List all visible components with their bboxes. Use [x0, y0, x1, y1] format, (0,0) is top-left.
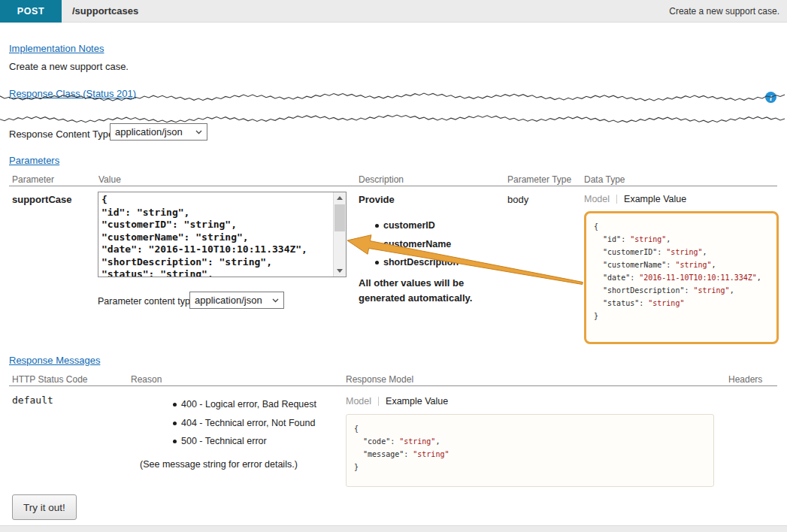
- parameter-content-type-label: Parameter content type:: [98, 296, 198, 307]
- col-parameter: Parameter: [12, 174, 54, 185]
- scroll-down-icon[interactable]: [334, 265, 346, 277]
- reason-bullets: 400 - Logical error, Bad Request404 - Te…: [140, 395, 316, 451]
- status-code-value: default: [12, 394, 53, 406]
- endpoint-header-bar[interactable]: POST /supportcases Create a new support …: [0, 0, 787, 23]
- swagger-operation-page: POST /supportcases Create a new support …: [0, 0, 787, 532]
- description-bullet-item: customerName: [359, 235, 459, 254]
- tab-example-value[interactable]: Example Value: [624, 194, 686, 204]
- reason-bullet-item: 404 - Technical error, Not Found: [140, 414, 316, 433]
- tab-example-value[interactable]: Example Value: [386, 396, 448, 407]
- response-messages-header-rule: [9, 385, 777, 386]
- chevron-down-icon: [195, 130, 202, 135]
- description-bullet-item: shortDescription: [359, 253, 459, 272]
- description-bullet-item: customerID: [359, 216, 459, 235]
- next-section-strip: [0, 525, 787, 532]
- parameter-value-textarea[interactable]: [98, 192, 333, 277]
- response-content-type-select[interactable]: application/json: [110, 123, 207, 141]
- parameter-content-type-value: application/json: [195, 295, 262, 306]
- response-messages-heading[interactable]: Response Messages: [9, 355, 100, 366]
- response-model-example-box[interactable]: { "code": "string", "message": "string" …: [346, 414, 714, 487]
- parameter-value-editor: [98, 192, 347, 277]
- scroll-up-icon[interactable]: [334, 192, 346, 204]
- scrollbar-thumb[interactable]: [334, 204, 345, 231]
- endpoint-path[interactable]: /supportcases: [72, 0, 138, 23]
- parameters-heading[interactable]: Parameters: [9, 155, 59, 166]
- col-data-type: Data Type: [584, 174, 625, 185]
- col-headers: Headers: [728, 374, 762, 385]
- col-parameter-type: Parameter Type: [507, 174, 571, 185]
- reason-bullet-item: 400 - Logical error, Bad Request: [140, 395, 316, 414]
- description-note: All other values will be generated autom…: [359, 276, 498, 306]
- example-value-box[interactable]: { "id": "string", "customerID": "string"…: [584, 211, 779, 344]
- tab-model[interactable]: Model: [346, 396, 371, 407]
- tab-divider: [378, 397, 379, 406]
- chevron-down-icon: [272, 298, 279, 303]
- http-method-badge[interactable]: POST: [0, 0, 62, 23]
- try-it-out-button[interactable]: Try it out!: [12, 494, 77, 520]
- implementation-notes-text: Create a new support case.: [9, 61, 129, 72]
- description-intro: Provide: [359, 194, 395, 205]
- tear-line-bottom: [0, 115, 785, 122]
- col-description: Description: [359, 174, 404, 185]
- data-type-tabs: Model Example Value: [584, 194, 686, 204]
- parameters-header-rule: [9, 186, 777, 186]
- col-reason: Reason: [131, 374, 162, 385]
- endpoint-summary: Create a new support case.: [669, 0, 779, 23]
- tab-divider: [616, 195, 617, 204]
- response-class-heading[interactable]: Response Class (Status 201): [9, 88, 136, 99]
- tab-model[interactable]: Model: [584, 194, 610, 204]
- response-model-json: { "code": "string", "message": "string" …: [354, 422, 706, 473]
- col-value: Value: [98, 174, 121, 185]
- parameter-content-type-select[interactable]: application/json: [189, 292, 284, 309]
- implementation-notes-heading[interactable]: Implementation Notes: [9, 43, 104, 54]
- info-icon[interactable]: i: [765, 92, 776, 103]
- textarea-scrollbar[interactable]: [333, 192, 346, 277]
- response-content-type-label: Response Content Type: [9, 128, 114, 140]
- example-value-json: { "id": "string", "customerID": "string"…: [594, 220, 769, 322]
- parameter-type-value: body: [507, 194, 528, 205]
- response-model-tabs: Model Example Value: [346, 396, 448, 407]
- col-response-model: Response Model: [346, 374, 413, 385]
- reason-bullet-item: 500 - Technical error: [140, 432, 316, 451]
- description-bullets: customerIDcustomerNameshortDescription: [359, 216, 459, 272]
- col-http-status-code: HTTP Status Code: [12, 374, 88, 385]
- reason-note: (See message string for error details.): [140, 459, 298, 470]
- response-content-type-value: application/json: [115, 126, 183, 138]
- parameter-name: supportCase: [12, 194, 71, 205]
